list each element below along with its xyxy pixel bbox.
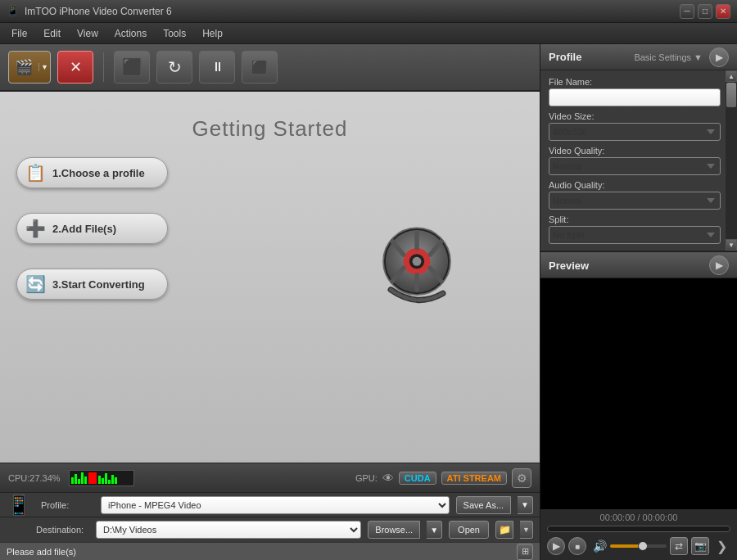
loop-button[interactable]: ⇄ [670,537,688,555]
destination-label: Destination: [36,525,89,535]
profile-settings-section: Profile Basic Settings ▼ ▶ File Name: [540,44,737,252]
stop-player-button[interactable]: ■ [568,537,586,555]
toolbar-separator-1 [103,52,104,82]
cpu-bar [71,477,74,484]
preview-title: Preview [549,260,709,272]
volume-icon: 🔊 [593,540,607,553]
gpu-settings-button[interactable]: ⚙ [512,468,531,488]
getting-started-text: Getting Started [192,116,348,142]
preview-screen [540,278,737,509]
profile-settings-title: Profile [549,51,634,63]
close-button[interactable]: ✕ [716,4,730,19]
menu-view[interactable]: View [69,26,106,41]
scroll-down-button[interactable]: ▼ [726,239,737,251]
cpu-bar [111,475,114,484]
destination-select[interactable]: D:\My Videos [96,521,361,539]
file-name-field: File Name: [549,77,721,106]
open-button[interactable]: Open [449,521,489,539]
menu-edit[interactable]: Edit [35,26,69,41]
audio-quality-label: Audio Quality: [549,180,721,190]
stop-button[interactable]: ⬛ [242,51,278,84]
pause-button[interactable]: ⏸ [199,51,235,84]
title-bar: 📱 ImTOO iPhone Video Converter 6 ─ □ ✕ [0,0,737,23]
choose-profile-icon: 📋 [25,163,46,183]
menu-help[interactable]: Help [194,26,231,41]
cpu-bar [108,480,111,484]
scroll-track [726,82,737,239]
audio-quality-select[interactable]: Normal High Low [549,192,721,210]
status-message: Please add file(s) [7,547,517,557]
gpu-eye-icon: 👁 [382,472,394,485]
cpu-bar [102,478,104,484]
cpu-bar [115,477,117,484]
content-area: Getting Started 📋 1.Choose a profile ➕ 2… [0,92,540,463]
player-controls: ▶ ■ 🔊 ⇄ 📷 ❯ [547,535,730,557]
video-quality-select[interactable]: Normal High Low [549,157,721,175]
profile-next-button[interactable]: ▶ [709,47,729,67]
play-button[interactable]: ▶ [547,537,565,555]
progress-bar[interactable] [547,526,730,532]
forward-button[interactable]: ❯ [712,537,730,555]
cpu-graph [69,470,134,486]
preview-next-button[interactable]: ▶ [709,255,729,275]
preview-section: Preview ▶ 00:00:00 / 00:00:00 ▶ ■ 🔊 [540,252,737,560]
status-bar: CPU:27.34% GPU: [0,463,540,492]
preview-header: Preview ▶ [540,252,737,278]
message-bar: Please add file(s) ⊞ [0,542,540,560]
gpu-label: GPU: [355,473,378,483]
film-reel [376,223,458,305]
ati-badge[interactable]: ATI STREAM [441,472,507,485]
phone-icon: 📱 [7,494,31,517]
add-dropdown-arrow[interactable]: ▼ [38,63,50,71]
folder-dropdown[interactable]: ▼ [520,521,533,539]
gpu-section: GPU: 👁 CUDA ATI STREAM ⚙ [355,468,531,488]
camera-button[interactable]: 📷 [691,537,709,555]
video-size-select[interactable]: 480x320 640x480 1280x720 Original [549,123,721,141]
cpu-bar [78,479,80,484]
video-quality-field: Video Quality: Normal High Low [549,146,721,175]
steps-panel: 📋 1.Choose a profile ➕ 2.Add File(s) 🔄 3… [16,157,168,300]
menu-bar: File Edit View Actions Tools Help [0,23,737,44]
add-files-button[interactable]: ➕ 2.Add File(s) [16,213,168,244]
profile-select[interactable]: iPhone - MPEG4 Video [101,496,450,514]
folder-icon-button[interactable]: 📁 [495,521,513,539]
scroll-thumb[interactable] [726,83,736,107]
message-settings-icon[interactable]: ⊞ [517,544,533,560]
browse-button[interactable]: Browse... [368,521,420,539]
browse-dropdown[interactable]: ▼ [427,521,442,539]
reel-svg [376,219,458,309]
basic-settings-button[interactable]: Basic Settings ▼ [634,52,703,62]
video-size-label: Video Size: [549,111,721,121]
destination-bar: Destination: D:\My Videos Browse... ▼ Op… [0,517,540,542]
left-panel: 🎬 ▼ ✕ ⬛ ↻ ⏸ ⬛ Getting Started 📋 1.Choose… [0,44,540,560]
delete-button[interactable]: ✕ [57,51,93,84]
volume-thumb [639,542,647,550]
scroll-up-button[interactable]: ▲ [726,70,737,82]
save-as-button[interactable]: Save As... [456,496,512,514]
split-select[interactable]: No Split By Size By Duration [549,226,721,244]
menu-file[interactable]: File [3,26,35,41]
add-icon: 🎬 [9,58,38,76]
file-name-input[interactable] [549,88,721,106]
video-size-field: Video Size: 480x320 640x480 1280x720 Ori… [549,111,721,141]
start-converting-button[interactable]: 🔄 3.Start Converting [16,269,168,300]
minimize-button[interactable]: ─ [680,4,694,19]
choose-profile-button[interactable]: 📋 1.Choose a profile [16,157,168,188]
cuda-badge[interactable]: CUDA [399,472,436,485]
cpu-bar [84,476,87,484]
menu-actions[interactable]: Actions [106,26,155,41]
volume-slider[interactable] [610,544,667,548]
choose-profile-label: 1.Choose a profile [52,167,145,179]
add-files-label: 2.Add File(s) [52,223,116,235]
cpu-bar [75,474,77,484]
cpu-bar [105,473,107,484]
maximize-button[interactable]: □ [698,4,712,19]
save-as-dropdown[interactable]: ▼ [518,496,533,514]
refresh-button[interactable]: ↻ [156,51,192,84]
add-button[interactable]: 🎬 ▼ [8,51,51,84]
export-button[interactable]: ⬛ [114,51,150,84]
audio-quality-field: Audio Quality: Normal High Low [549,180,721,210]
menu-tools[interactable]: Tools [155,26,194,41]
profile-fields: File Name: Video Size: 480x320 640x480 1… [540,70,737,251]
right-panel: Profile Basic Settings ▼ ▶ File Name: [540,44,737,560]
